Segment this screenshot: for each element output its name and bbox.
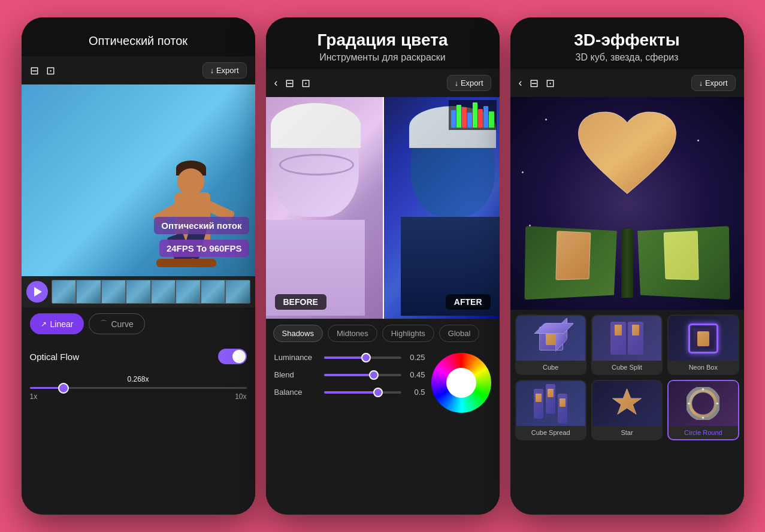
effect-cube-spread-thumb bbox=[516, 381, 585, 426]
film-frame bbox=[76, 280, 101, 304]
blend-slider[interactable] bbox=[324, 374, 401, 376]
phone-optical-flow: Оптический поток ⊟ ⊡ ↓ Export bbox=[22, 17, 255, 515]
heart-frame bbox=[573, 106, 681, 205]
effects-grid: Cube bbox=[510, 310, 744, 445]
phone3-top-bar-icons: ‹ ⊟ ⊡ bbox=[519, 77, 555, 90]
star-svg bbox=[610, 387, 643, 420]
tab-curve[interactable]: ⌒ Curve bbox=[89, 313, 144, 334]
speed-slider-container: 0.268x 1x 10x bbox=[30, 375, 247, 401]
neon-box-container bbox=[669, 316, 737, 361]
phone1-screen: ⊟ ⊡ ↓ Export Оптический поток bbox=[22, 56, 255, 515]
effect-neon-box-thumb bbox=[669, 316, 737, 361]
effect-cube[interactable]: Cube bbox=[515, 315, 586, 375]
split-image: BEFORE AFTER bbox=[266, 97, 500, 319]
sparkle bbox=[522, 171, 524, 173]
color-wheel-container bbox=[431, 353, 491, 413]
export-button[interactable]: ↓ Export bbox=[202, 62, 247, 78]
phone2-top-bar-icons: ‹ ⊟ ⊡ bbox=[274, 77, 310, 90]
phone1-top-bar: ⊟ ⊡ ↓ Export bbox=[22, 56, 255, 84]
phone3-subtitle: 3D куб, звезда, сфериз bbox=[522, 52, 732, 63]
crop-icon2: ⊡ bbox=[301, 77, 310, 90]
luminance-label: Luminance bbox=[274, 353, 319, 362]
blend-row: Blend 0.45 bbox=[274, 370, 425, 379]
svg-point-9 bbox=[688, 403, 690, 405]
cube-shape bbox=[534, 322, 567, 355]
speed-slider-fill bbox=[30, 387, 62, 389]
back-arrow3[interactable]: ‹ bbox=[519, 77, 522, 89]
tone-tab-shadows[interactable]: Shadows bbox=[273, 325, 323, 342]
heart-svg bbox=[573, 106, 681, 205]
effect-cube-spread-label: Cube Spread bbox=[530, 426, 572, 439]
svg-rect-3 bbox=[610, 387, 643, 420]
svg-point-5 bbox=[689, 389, 718, 418]
tab-curve-label: Curve bbox=[111, 319, 133, 329]
neon-box-inner bbox=[693, 328, 713, 349]
film-strip[interactable] bbox=[52, 280, 250, 304]
split-left bbox=[266, 97, 383, 319]
export-button2[interactable]: ↓ Export bbox=[447, 75, 491, 91]
split-panel-left bbox=[610, 322, 626, 355]
film-frame bbox=[225, 280, 250, 304]
before-label: BEFORE bbox=[275, 294, 326, 310]
film-frames bbox=[52, 280, 250, 304]
film-frame bbox=[176, 280, 201, 304]
export-button3[interactable]: ↓ Export bbox=[691, 75, 736, 91]
blend-fill bbox=[324, 374, 374, 376]
histogram bbox=[449, 100, 497, 130]
toggle-knob bbox=[232, 350, 246, 363]
spread-panel-1 bbox=[534, 389, 543, 419]
speed-slider-track[interactable] bbox=[30, 387, 247, 389]
balance-fill bbox=[324, 391, 378, 394]
optical-flow-toggle[interactable] bbox=[218, 349, 247, 364]
phone3-title: 3D-эффекты bbox=[522, 31, 732, 50]
balance-slider[interactable] bbox=[324, 391, 401, 394]
effect-circle-round-thumb bbox=[669, 381, 737, 426]
balance-thumb[interactable] bbox=[373, 388, 383, 397]
layers-icon3: ⊟ bbox=[530, 77, 539, 90]
effect-circle-round[interactable]: Circle Round bbox=[667, 380, 739, 440]
overlay-text2: 24FPS To 960FPS bbox=[159, 240, 249, 257]
effect-cube-split[interactable]: Cube Split bbox=[591, 315, 663, 375]
luminance-slider[interactable] bbox=[324, 356, 401, 359]
back-arrow[interactable]: ‹ bbox=[274, 77, 278, 89]
tone-tab-highlights[interactable]: Highlights bbox=[382, 325, 434, 342]
effect-cube-spread[interactable]: Cube Spread bbox=[515, 380, 586, 440]
effect-cube-split-label: Cube Split bbox=[610, 361, 643, 374]
effect-neon-box[interactable]: Neon Box bbox=[667, 315, 739, 375]
film-frame bbox=[151, 280, 176, 304]
svg-rect-0 bbox=[579, 113, 676, 194]
blend-thumb[interactable] bbox=[369, 370, 379, 380]
tab-row: ↗ Linear ⌒ Curve bbox=[30, 313, 247, 334]
overlay-text1: Оптический поток bbox=[154, 217, 249, 234]
effect-star[interactable]: Star bbox=[591, 380, 663, 440]
phone-color-grading: Градация цвета Инструменты для раскраски… bbox=[266, 17, 500, 515]
color-wheel[interactable] bbox=[431, 353, 491, 413]
phone-3d-effects: 3D-эффекты 3D куб, звезда, сфериз ‹ ⊟ ⊡ … bbox=[510, 17, 744, 515]
tone-tab-global[interactable]: Global bbox=[439, 325, 480, 342]
cube-spread-visual bbox=[534, 389, 567, 419]
circle-round-svg bbox=[687, 387, 719, 420]
film-frame bbox=[126, 280, 151, 304]
tab-linear-label: Linear bbox=[50, 319, 74, 329]
tab-linear[interactable]: ↗ Linear bbox=[30, 313, 84, 334]
tone-tab-midtones[interactable]: Midtones bbox=[328, 325, 377, 342]
phone3-header: 3D-эффекты 3D куб, звезда, сфериз bbox=[510, 17, 744, 69]
crop-icon: ⊡ bbox=[46, 64, 55, 77]
speed-slider-thumb[interactable] bbox=[58, 383, 69, 394]
phone1-title: Оптический поток bbox=[34, 34, 243, 48]
split-panels bbox=[610, 322, 643, 355]
timeline-strip bbox=[22, 276, 255, 307]
controls-section: ↗ Linear ⌒ Curve Optical Flow 0.268x bbox=[22, 307, 255, 409]
effect-circle-round-label: Circle Round bbox=[683, 426, 724, 439]
effect-cube-thumb bbox=[516, 316, 585, 361]
play-button[interactable] bbox=[26, 281, 48, 303]
speed-labels: 1x 10x bbox=[30, 392, 247, 401]
split-divider bbox=[383, 97, 384, 319]
sparkle bbox=[545, 119, 547, 120]
play-icon bbox=[34, 287, 42, 297]
effect-star-label: Star bbox=[619, 426, 634, 439]
svg-point-7 bbox=[716, 403, 719, 405]
film-frame bbox=[52, 280, 77, 304]
luminance-thumb[interactable] bbox=[361, 353, 371, 362]
book-right bbox=[637, 226, 730, 300]
